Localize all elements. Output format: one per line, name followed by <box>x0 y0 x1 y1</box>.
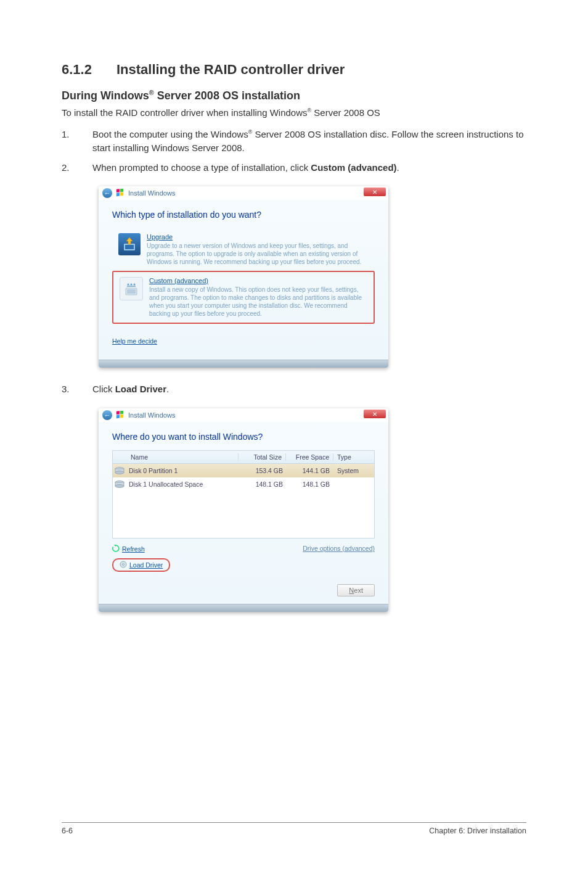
page-number: 6-6 <box>62 827 73 835</box>
refresh-icon <box>112 545 120 553</box>
close-button[interactable]: ✕ <box>364 410 386 418</box>
upgrade-icon <box>118 233 141 255</box>
svg-point-18 <box>115 471 124 474</box>
back-arrow-icon: ← <box>104 411 111 419</box>
svg-point-8 <box>128 284 129 286</box>
back-button[interactable]: ← <box>102 410 112 420</box>
disk-icon <box>113 481 126 488</box>
col-free-space[interactable]: Free Space <box>286 453 333 461</box>
sub-heading: During Windows® Server 2008 OS installat… <box>62 89 526 102</box>
disk-icon <box>113 467 126 474</box>
dialog-question: Where do you want to install Windows? <box>112 432 375 442</box>
upgrade-option[interactable]: Upgrade Upgrade to a newer version of Wi… <box>112 228 375 271</box>
refresh-link[interactable]: Refresh <box>112 545 170 553</box>
next-button[interactable]: Next <box>337 584 375 596</box>
custom-desc: Install a new copy of Windows. This opti… <box>149 286 367 318</box>
close-icon: ✕ <box>372 411 377 418</box>
svg-rect-13 <box>120 411 123 414</box>
svg-rect-0 <box>116 189 120 192</box>
svg-rect-12 <box>116 411 120 415</box>
disk-row[interactable]: Disk 0 Partition 1 153.4 GB 144.1 GB Sys… <box>113 464 374 477</box>
disk-name: Disk 1 Unallocated Space <box>126 481 240 488</box>
section-number: 6.1.2 <box>62 62 92 78</box>
svg-point-10 <box>134 284 136 286</box>
disk-free: 144.1 GB <box>287 467 333 474</box>
step-number: 3. <box>62 382 92 396</box>
svg-rect-1 <box>120 189 123 192</box>
svg-rect-7 <box>127 289 136 294</box>
screenshot-install-location: ← Install Windows ✕ Where do you want to… <box>99 408 388 612</box>
col-type[interactable]: Type <box>333 453 374 461</box>
step-1: 1. Boot the computer using the Windows® … <box>62 128 526 155</box>
window-title: Install Windows <box>128 189 175 197</box>
disk-list: Disk 0 Partition 1 153.4 GB 144.1 GB Sys… <box>112 464 375 538</box>
page-footer: 6-6 Chapter 6: Driver installation <box>62 822 526 835</box>
section-heading: 6.1.2Installing the RAID controller driv… <box>62 62 526 78</box>
screenshot-install-type: ← Install Windows ✕ Which type of instal… <box>99 186 388 368</box>
section-title: Installing the RAID controller driver <box>116 62 345 77</box>
windows-flag-icon <box>116 411 125 419</box>
close-button[interactable]: ✕ <box>364 188 386 196</box>
footer-strip <box>99 604 388 612</box>
custom-title: Custom (advanced) <box>149 277 367 284</box>
svg-rect-5 <box>125 245 134 249</box>
svg-rect-3 <box>120 192 123 196</box>
disk-total: 148.1 GB <box>240 481 287 488</box>
dialog-question: Which type of installation do you want? <box>112 210 375 220</box>
chapter-title: Chapter 6: Driver installation <box>429 827 526 835</box>
svg-rect-14 <box>116 415 120 418</box>
svg-point-23 <box>123 564 125 566</box>
step-2: 2. When prompted to choose a type of ins… <box>62 161 526 175</box>
close-icon: ✕ <box>372 189 377 196</box>
disk-list-header: Name Total Size Free Space Type <box>112 450 375 464</box>
back-arrow-icon: ← <box>104 189 111 197</box>
custom-icon <box>120 277 143 300</box>
back-button[interactable]: ← <box>102 188 112 198</box>
svg-rect-11 <box>127 286 136 287</box>
window-title: Install Windows <box>128 411 175 419</box>
windows-flag-icon <box>116 189 125 197</box>
step-number: 2. <box>62 161 92 175</box>
help-me-decide-link[interactable]: Help me decide <box>112 337 375 345</box>
titlebar: ← Install Windows ✕ <box>99 186 388 200</box>
drive-options-link[interactable]: Drive options (advanced) <box>303 545 375 572</box>
custom-option[interactable]: Custom (advanced) Install a new copy of … <box>112 271 375 324</box>
footer-strip <box>99 360 388 368</box>
svg-rect-2 <box>116 193 120 197</box>
step-number: 1. <box>62 128 92 155</box>
disk-name: Disk 0 Partition 1 <box>126 467 240 474</box>
load-driver-link[interactable]: Load Driver <box>112 558 170 572</box>
col-total-size[interactable]: Total Size <box>239 453 286 461</box>
svg-point-21 <box>115 485 124 488</box>
disk-total: 153.4 GB <box>240 467 287 474</box>
disk-row[interactable]: Disk 1 Unallocated Space 148.1 GB 148.1 … <box>113 477 374 491</box>
titlebar: ← Install Windows ✕ <box>99 408 388 422</box>
disk-free: 148.1 GB <box>287 481 333 488</box>
col-name[interactable]: Name <box>127 453 239 461</box>
upgrade-title: Upgrade <box>147 233 369 241</box>
disk-type: System <box>333 467 374 474</box>
svg-point-9 <box>131 284 133 286</box>
upgrade-desc: Upgrade to a newer version of Windows an… <box>147 242 369 266</box>
step-3: 3. Click Load Driver. <box>62 382 526 396</box>
disc-icon <box>120 561 127 569</box>
svg-rect-15 <box>120 415 123 418</box>
intro-text: To install the RAID controller driver wh… <box>62 107 526 118</box>
